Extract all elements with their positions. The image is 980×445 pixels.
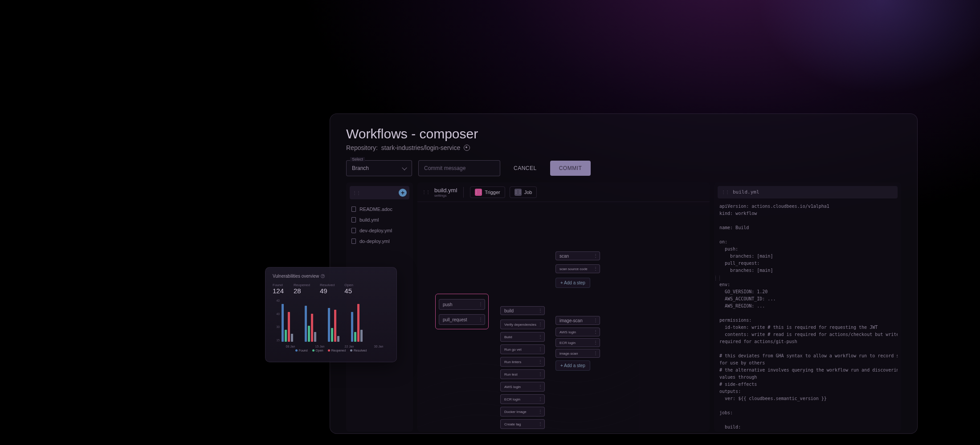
bar	[328, 308, 330, 342]
bar	[337, 336, 339, 342]
cancel-button[interactable]: CANCEL	[506, 161, 544, 176]
legend-item: Reopened	[328, 349, 346, 352]
more-icon[interactable]: ⋮	[593, 268, 598, 270]
more-icon[interactable]: ⋮	[538, 398, 543, 400]
image-step-node[interactable]: ECR login⋮	[555, 338, 600, 347]
build-step-node[interactable]: Verify dependencies⋮	[500, 320, 545, 329]
more-icon[interactable]: ⋮	[538, 336, 543, 338]
more-icon[interactable]: ⋮	[593, 342, 598, 344]
build-step-node[interactable]: Docker Image⋮	[500, 407, 545, 417]
job-label: Job	[524, 190, 532, 195]
add-file-button[interactable]: +	[399, 189, 407, 197]
divider	[463, 187, 464, 198]
bar	[357, 304, 359, 342]
work-row: ⋮⋮ + README.adocbuild.ymldev-deploy.ymld…	[346, 182, 901, 432]
scan-step-node[interactable]: scan source code⋮	[555, 264, 600, 273]
trigger-icon: ⋮⋮	[475, 189, 482, 196]
bar	[331, 328, 333, 342]
vuln-stat: Open45	[344, 283, 353, 295]
select-value: Branch	[352, 165, 369, 171]
build-step-node[interactable]: Run go vet⋮	[500, 344, 545, 354]
controls-row: Select Branch Commit message CANCEL COMM…	[346, 160, 901, 176]
trigger-button[interactable]: ⋮⋮ Trigger	[470, 186, 505, 198]
job-button[interactable]: ⋮⋮ Job	[510, 186, 537, 198]
image-step-node[interactable]: image-scan⋮	[555, 349, 600, 358]
composer-panel: Workflows - composer Repository: stark-i…	[330, 113, 918, 434]
canvas-header: ⋮⋮ build.yml settings ⋮⋮ Trigger ⋮⋮ Job	[417, 182, 710, 202]
more-icon[interactable]: ⋮	[538, 310, 543, 312]
code-tab[interactable]: ⋮⋮ build.yml	[718, 186, 898, 198]
legend-item: Resolved	[350, 349, 367, 352]
more-icon[interactable]: ⋮	[538, 423, 543, 425]
file-icon	[351, 228, 356, 233]
more-icon[interactable]: ⋮	[538, 386, 543, 388]
vuln-legend: FoundOpenReopenedResolved	[273, 349, 389, 352]
file-item[interactable]: build.yml	[350, 214, 409, 225]
more-icon[interactable]: ⋮	[593, 352, 598, 354]
build-header-node[interactable]: build⋮	[500, 306, 545, 315]
help-icon[interactable]: ?	[321, 274, 325, 278]
bar	[291, 334, 293, 342]
branch-select[interactable]: Select Branch	[346, 160, 412, 176]
y-axis: 40403015	[273, 299, 280, 342]
vulnerabilities-widget: Vulnerabilities overview ? Found124Reope…	[265, 267, 397, 362]
bar	[360, 330, 363, 342]
vuln-title: Vulnerabilities overview ?	[273, 274, 389, 279]
more-icon[interactable]: ⋮	[538, 411, 543, 413]
file-icon	[351, 206, 356, 212]
bar	[282, 304, 284, 342]
file-item[interactable]: README.adoc	[350, 204, 409, 214]
code-body[interactable]: apiVersion: actions.cloudbees.io/v1alpha…	[718, 203, 898, 431]
image-header-node[interactable]: image-scan⋮	[555, 316, 600, 325]
image-step-node[interactable]: AWS login⋮	[555, 328, 600, 336]
more-icon[interactable]: ⋮	[593, 320, 598, 321]
build-step-node[interactable]: Build⋮	[500, 332, 545, 342]
trigger-node-push[interactable]: push⋮	[439, 299, 485, 310]
drag-handle-icon[interactable]: ⋮⋮	[352, 190, 360, 195]
more-icon[interactable]: ⋮	[538, 373, 543, 375]
file-item[interactable]: dev-deploy.yml	[350, 225, 409, 236]
bar-group	[328, 308, 339, 342]
trigger-node-pull[interactable]: pull_request⋮	[439, 314, 485, 325]
commit-message-input[interactable]: Commit message	[418, 160, 500, 176]
more-icon[interactable]: ⋮	[538, 348, 543, 350]
canvas-file-title[interactable]: build.yml settings	[434, 187, 457, 198]
more-icon[interactable]: ⋮	[478, 303, 483, 305]
trigger-label: Trigger	[485, 190, 500, 195]
more-icon[interactable]: ⋮	[538, 324, 543, 325]
more-icon[interactable]: ⋮	[593, 331, 598, 333]
bar	[354, 332, 356, 342]
file-item[interactable]: do-deploy.yml	[350, 236, 409, 247]
more-icon[interactable]: ⋮	[593, 255, 598, 257]
bar-group	[305, 306, 316, 342]
build-step-node[interactable]: Run test⋮	[500, 369, 545, 379]
build-step-node[interactable]: Run linters⋮	[500, 357, 545, 367]
code-panel: ⋮⋮ build.yml apiVersion: actions.cloudbe…	[714, 182, 901, 432]
legend-item: Found	[295, 349, 308, 352]
file-icon	[351, 217, 356, 222]
code-tab-name: build.yml	[733, 188, 760, 196]
canvas-file-name: build.yml	[434, 187, 457, 194]
scan-header-node[interactable]: scan⋮	[555, 251, 600, 260]
more-icon[interactable]: ⋮	[538, 361, 543, 363]
commit-button[interactable]: COMMIT	[550, 161, 591, 176]
bar	[311, 314, 313, 342]
bar	[314, 332, 316, 342]
splitter-handle[interactable]: ⋮⋮⋮⋮	[715, 274, 720, 283]
bar	[351, 312, 353, 342]
bar	[285, 330, 287, 342]
workflow-canvas[interactable]: ⋮⋮ build.yml settings ⋮⋮ Trigger ⋮⋮ Job	[417, 182, 710, 432]
vuln-stats: Found124Reopened28Resolved49Open45	[273, 283, 389, 295]
drag-handle-icon[interactable]: ⋮⋮	[422, 190, 430, 194]
more-icon[interactable]: ⋮	[478, 319, 483, 320]
add-step-button[interactable]: + Add a step	[555, 360, 590, 371]
drag-handle-icon[interactable]: ⋮⋮	[721, 189, 729, 196]
build-step-node[interactable]: AWS login⋮	[500, 382, 545, 392]
repo-icon	[464, 145, 470, 151]
x-axis: 08 Jan15 Jan22 Jan30 Jan	[282, 345, 389, 348]
add-step-button[interactable]: + Add a step	[555, 278, 590, 288]
bar-group	[351, 304, 363, 342]
file-list-header: ⋮⋮ +	[350, 186, 409, 199]
build-step-node[interactable]: ECR login⋮	[500, 394, 545, 404]
build-step-node[interactable]: Create tag⋮	[500, 419, 545, 429]
